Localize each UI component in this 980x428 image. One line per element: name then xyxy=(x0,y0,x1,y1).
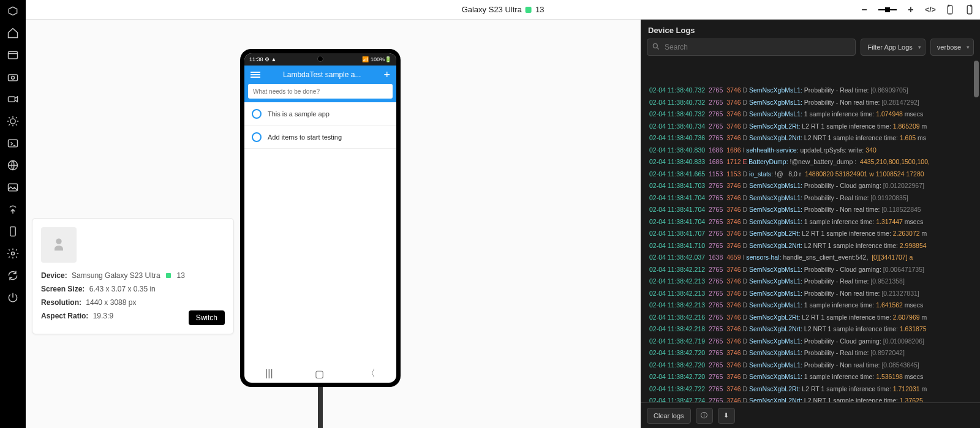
log-line: 02-04 11:38:42.037 1638 4659 I sensors-h… xyxy=(649,252,976,264)
bug-icon[interactable] xyxy=(7,115,19,127)
power-icon[interactable] xyxy=(7,291,19,304)
svg-rect-8 xyxy=(10,227,15,236)
device-os: 13 xyxy=(176,271,184,280)
svg-point-9 xyxy=(12,252,15,255)
rotate-left-icon[interactable] xyxy=(944,4,956,15)
svg-rect-5 xyxy=(9,140,18,147)
svg-rect-1 xyxy=(9,75,18,81)
nav-recents-icon[interactable]: ||| xyxy=(265,368,273,379)
globe-icon[interactable] xyxy=(7,159,19,171)
svg-point-4 xyxy=(10,119,15,124)
logo-icon[interactable] xyxy=(7,5,19,17)
app-bar: LambdaTest sample a... + xyxy=(244,66,396,84)
info-icon[interactable]: ⓘ xyxy=(696,408,713,424)
camera-notch xyxy=(317,56,323,62)
device-stage: 11:38 ⚙ ▲ 📶 100%🔋 LambdaTest sample a...… xyxy=(26,20,641,428)
nav-back-icon[interactable]: 〈 xyxy=(366,367,375,380)
level-dropdown[interactable]: verbose xyxy=(930,39,974,56)
home-icon[interactable] xyxy=(7,27,19,39)
svg-rect-11 xyxy=(967,6,972,14)
log-line: 02-04 11:38:42.218 2765 3746 D SemNscXgb… xyxy=(649,323,976,336)
zoom-slider[interactable] xyxy=(878,9,897,10)
task-label: This is a sample app xyxy=(268,110,330,118)
filter-dropdown[interactable]: Filter App Logs xyxy=(861,39,925,56)
logs-search-input[interactable] xyxy=(647,39,856,56)
terminal-icon[interactable] xyxy=(7,137,19,149)
radio-icon[interactable] xyxy=(252,109,262,119)
svg-rect-10 xyxy=(948,6,952,14)
clear-logs-button[interactable]: Clear logs xyxy=(647,408,691,424)
screen-size-row: Screen Size: 6.43 x 3.07 x 0.35 in xyxy=(41,285,225,293)
log-line: 02-04 11:38:41.704 2765 3746 D SemNscXgb… xyxy=(649,204,976,216)
log-line: 02-04 11:38:40.833 1686 1712 E BatteryDu… xyxy=(649,156,976,168)
log-line: 02-04 11:38:40.732 2765 3746 D SemNscXgb… xyxy=(649,84,976,97)
device-row: Device: Samsung Galaxy S23 Ultra 13 xyxy=(41,271,225,280)
add-icon[interactable]: + xyxy=(383,69,390,81)
logs-scrollbar[interactable] xyxy=(974,61,979,402)
log-line: 02-04 11:38:40.732 2765 3746 D SemNscXgb… xyxy=(649,97,976,109)
logs-title: Device Logs xyxy=(641,20,980,39)
logs-search-wrap xyxy=(647,39,856,56)
device-logs-panel: Device Logs Filter App Logs verbose 02-0… xyxy=(641,20,980,428)
app-title: LambdaTest sample a... xyxy=(260,70,383,79)
phone-nav-bar: ||| ▢ 〈 xyxy=(244,364,396,383)
video-icon[interactable] xyxy=(7,93,19,105)
log-line: 02-04 11:38:42.722 2765 3746 D SemNscXgb… xyxy=(649,383,976,396)
svg-rect-3 xyxy=(9,97,15,102)
network-icon[interactable] xyxy=(7,203,19,216)
camera-icon[interactable] xyxy=(7,71,19,83)
switch-button[interactable]: Switch xyxy=(189,310,225,325)
resolution-row: Resolution: 1440 x 3088 px xyxy=(41,298,225,307)
zoom-in-button[interactable]: + xyxy=(905,4,916,15)
refresh-icon[interactable] xyxy=(7,269,19,282)
code-icon[interactable]: </> xyxy=(925,4,936,15)
device-title: Galaxy S23 Ultra 13 xyxy=(462,5,545,14)
log-line: 02-04 11:38:42.213 2765 3746 D SemNscXgb… xyxy=(649,299,976,312)
hamburger-icon[interactable] xyxy=(251,72,260,78)
log-line: 02-04 11:38:42.719 2765 3746 D SemNscXgb… xyxy=(649,336,976,348)
phone-screen[interactable]: 11:38 ⚙ ▲ 📶 100%🔋 LambdaTest sample a...… xyxy=(244,53,396,383)
search-icon xyxy=(652,42,660,51)
log-line: 02-04 11:38:42.213 2765 3746 D SemNscXgb… xyxy=(649,276,976,288)
log-line: 02-04 11:38:40.734 2765 3746 D SemNscXgb… xyxy=(649,121,976,133)
device-value: Samsung Galaxy S23 Ultra xyxy=(72,271,160,280)
log-line: 02-04 11:38:41.703 2765 3746 D SemNscXgb… xyxy=(649,180,976,192)
log-line: 02-04 11:38:41.710 2765 3746 D SemNscXgb… xyxy=(649,240,976,252)
device-icon[interactable] xyxy=(7,225,19,238)
svg-point-2 xyxy=(12,76,15,79)
settings-icon[interactable] xyxy=(7,247,19,260)
phone-status-bar: 11:38 ⚙ ▲ 📶 100%🔋 xyxy=(244,53,396,66)
logs-controls: Filter App Logs verbose xyxy=(641,39,980,61)
os-version-label: 13 xyxy=(535,5,544,14)
status-right: 📶 100%🔋 xyxy=(362,56,391,62)
rotate-right-icon[interactable] xyxy=(964,4,975,15)
browser-icon[interactable] xyxy=(7,49,19,61)
task-list: This is a sample app Add items to start … xyxy=(244,102,396,364)
task-label: Add items to start testing xyxy=(268,133,342,141)
device-info-card: Device: Samsung Galaxy S23 Ultra 13 Scre… xyxy=(32,218,234,334)
phone-cable xyxy=(318,387,323,428)
svg-rect-7 xyxy=(9,184,18,191)
status-time: 11:38 ⚙ ▲ xyxy=(249,56,276,62)
download-icon[interactable]: ⬇ xyxy=(718,408,735,424)
log-line: 02-04 11:38:42.724 2765 3746 D SemNscXgb… xyxy=(649,395,976,402)
device-thumbnail xyxy=(41,227,77,263)
todo-input[interactable] xyxy=(248,84,393,99)
logs-body[interactable]: 02-04 11:38:40.732 2765 3746 D SemNscXgb… xyxy=(641,61,980,402)
app-input-wrap xyxy=(244,84,396,102)
log-line: 02-04 11:38:40.732 2765 3746 D SemNscXgb… xyxy=(649,108,976,121)
radio-icon[interactable] xyxy=(252,132,262,142)
log-line: 02-04 11:38:42.216 2765 3746 D SemNscXgb… xyxy=(649,312,976,324)
zoom-out-button[interactable]: − xyxy=(859,4,870,15)
task-item[interactable]: This is a sample app xyxy=(244,102,396,126)
image-icon[interactable] xyxy=(7,181,19,193)
nav-home-icon[interactable]: ▢ xyxy=(315,368,324,380)
log-line: 02-04 11:38:41.707 2765 3746 D SemNscXgb… xyxy=(649,228,976,240)
log-line: 02-04 11:38:42.213 2765 3746 D SemNscXgb… xyxy=(649,288,976,300)
log-line: 02-04 11:38:42.720 2765 3746 D SemNscXgb… xyxy=(649,359,976,372)
log-line: 02-04 11:38:42.720 2765 3746 D SemNscXgb… xyxy=(649,371,976,383)
logs-footer: Clear logs ⓘ ⬇ xyxy=(641,402,980,428)
log-line: 02-04 11:38:41.704 2765 3746 D SemNscXgb… xyxy=(649,216,976,228)
device-label: Device: xyxy=(41,271,67,280)
task-item[interactable]: Add items to start testing xyxy=(244,126,396,149)
